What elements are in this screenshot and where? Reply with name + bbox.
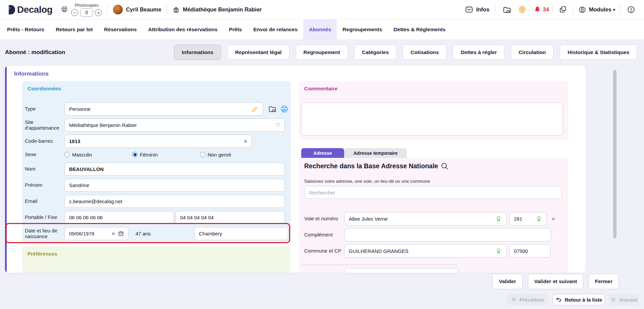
clear-street-icon[interactable]: × [551,216,555,222]
birthplace-value: Chambery [199,231,222,236]
about-button[interactable] [627,5,635,14]
precedent-button[interactable]: Précédent [507,294,547,305]
lastname-row: Nom BEAUVALLON [25,163,288,176]
nav-item-envoi-relances[interactable]: Envoi de relances [248,19,303,40]
nav-item-regroupements[interactable]: Regroupements [337,19,388,40]
edit-pencil-icon[interactable] [252,106,258,113]
skip-next-icon [610,297,616,303]
ban-search-input[interactable] [304,186,562,199]
decalog-logo[interactable]: Decalog [7,4,52,15]
street-field[interactable]: Allee Jules Verne [344,212,506,225]
section-tabs: Informations Représentant légal Regroupe… [174,45,637,60]
street-row: Voie et numéro Allee Jules Verne 281 × [304,212,555,225]
tab-adresse[interactable]: Adresse [301,148,344,158]
nav-item-prets-retours[interactable]: Prêts - Retours [1,19,50,40]
logo-text: Decalog [17,4,52,15]
tab-informations[interactable]: Informations [174,45,221,60]
firstname-value: Sandrine [69,182,89,188]
street-number-field[interactable]: 281 [509,212,547,225]
phones-row: Portable / Fixe 06 06 06 06 06 04 04 04 … [25,211,288,224]
radio-feminin[interactable]: Féminin [132,152,200,158]
tab-dettes-a-regler[interactable]: Dettes à régler [453,45,504,60]
favorite-heart-icon[interactable]: ♡ [276,122,280,128]
sex-row: Sexe Masculin Féminin Non genré [25,151,288,158]
fermer-button[interactable]: Fermer [589,274,619,289]
radio-circle-icon [200,152,205,157]
next-field-clipped[interactable] [344,268,458,273]
tab-historique-statistiques[interactable]: Historique & Statistiques [560,45,637,60]
infos-button[interactable]: Infos [465,5,489,14]
tab-representant-legal[interactable]: Représentant légal [227,45,289,60]
calendar-icon[interactable] [118,231,124,236]
vertical-scrollbar[interactable] [613,70,616,238]
email-label: Email [25,198,64,204]
panel-accent-bar [5,66,7,273]
birthplace-field[interactable]: Chambery [194,227,288,240]
clear-birthdate-icon[interactable]: × [111,231,115,237]
valider-et-suivant-button[interactable]: Valider et suivant [528,274,583,289]
email-row: Email c.beaume@decalog.net [25,195,288,208]
nav-item-attribution-reservations[interactable]: Attribution des réservations [143,19,223,40]
current-library[interactable]: Médiathèque Benjamin Rabier [172,6,262,13]
sex-label: Sexe [25,152,64,158]
radio-non-genre-label: Non genré [208,152,231,158]
mobile-phone-value: 06 06 06 06 06 [69,215,103,220]
phones-label: Portable / Fixe [25,215,64,220]
tab-circulation[interactable]: Circulation [511,45,553,60]
nav-item-retours-par-lot[interactable]: Retours par lot [50,19,98,40]
site-field[interactable]: Médiathèque Benjamin Rabier ♡ [64,119,285,132]
print-button[interactable] [280,105,288,113]
divider [167,5,167,14]
tab-cotisations[interactable]: Cotisations [403,45,446,60]
birthdate-field[interactable]: 09/06/1978 × [64,227,128,240]
coordonnees-section: Coordonnées Type Personne [22,81,291,242]
notifications-button[interactable]: 34 [533,6,549,14]
folder-cloud-icon [502,5,511,14]
nav-item-prets[interactable]: Prêts [223,19,248,40]
valider-button[interactable]: Valider [492,274,523,289]
birthdate-value: 09/06/1978 [69,231,94,236]
firstname-field[interactable]: Sandrine [64,179,285,192]
assistance-button[interactable] [518,5,527,14]
comment-textarea[interactable] [301,103,563,136]
certified-address-icon [536,216,542,222]
barcode-label: Code-barres [25,138,64,144]
tab-regroupement[interactable]: Regroupement [296,45,348,60]
nav-item-reservations[interactable]: Réservations [98,19,142,40]
complement-field[interactable] [344,228,551,241]
photocopies-plus-button[interactable]: + [95,9,102,16]
site-value: Médiathèque Benjamin Rabier [69,122,137,128]
nav-item-dettes-reglements[interactable]: Dettes & Règlements [388,19,451,40]
commune-label: Commune et CP [304,248,344,254]
commentaire-section: Commentaire [299,81,568,140]
folder-cloud-button[interactable] [502,5,511,14]
postal-code-field[interactable]: 07500 [509,244,550,258]
printer-icon [280,105,288,113]
current-user[interactable]: Cyril Beaume [113,5,161,14]
clear-barcode-icon[interactable]: × [244,138,247,144]
open-folder-button[interactable] [268,105,276,113]
photocopies-minus-button[interactable]: − [71,9,78,16]
tab-adresse-temporaire[interactable]: Adresse temporaire [344,148,407,158]
type-label: Type [25,106,64,112]
email-field[interactable]: c.beaume@decalog.net [64,195,285,208]
divider [620,5,620,14]
radio-masculin[interactable]: Masculin [64,152,132,158]
commune-field[interactable]: GUILHERAND GRANGES [344,244,506,258]
tab-categories[interactable]: Catégories [354,45,396,60]
nav-item-abonnes[interactable]: Abonnés [303,19,337,40]
modules-menu-button[interactable]: Modules ▾ [578,6,615,14]
retour-a-la-liste-button[interactable]: Retour à la liste [552,294,605,305]
suivant-button[interactable]: Suivant [609,294,639,305]
link-apps-button[interactable] [559,5,567,14]
lastname-field[interactable]: BEAUVALLON [64,163,285,176]
barcode-row: Code-barres 1813 × [25,135,288,148]
mobile-phone-field[interactable]: 06 06 06 06 06 [64,211,174,224]
radio-non-genre[interactable]: Non genré [200,152,268,158]
landline-phone-field[interactable]: 04 04 04 04 04 [175,211,285,224]
street-label: Voie et numéro [304,216,344,221]
barcode-field[interactable]: 1813 × [64,135,252,148]
lastname-label: Nom [25,166,64,172]
type-field[interactable]: Personne [64,102,263,116]
street-number-value: 281 [514,216,522,222]
